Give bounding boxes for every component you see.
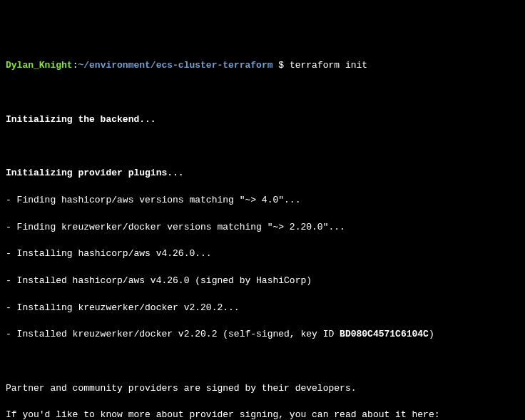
prompt-path: ~/environment/ecs-cluster-terraform: [78, 60, 272, 71]
init-backend-header: Initializing the backend...: [6, 113, 519, 127]
output-text: - Installed kreuzwerker/docker v2.20.2 (…: [6, 329, 340, 339]
command-text: terraform init: [290, 60, 367, 71]
output-line: Partner and community providers are sign…: [6, 382, 519, 396]
blank-line: [6, 355, 519, 369]
blank-line: [6, 140, 519, 153]
output-line: - Installed kreuzwerker/docker v2.20.2 (…: [6, 328, 519, 342]
output-line: - Finding hashicorp/aws versions matchin…: [6, 194, 519, 208]
init-plugins-header: Initializing provider plugins...: [6, 167, 519, 180]
prompt-line-1[interactable]: Dylan_Knight:~/environment/ecs-cluster-t…: [6, 59, 519, 73]
output-line: If you'd like to know more about provide…: [6, 409, 519, 420]
output-text: ): [429, 329, 434, 339]
output-line: - Installing hashicorp/aws v4.26.0...: [6, 247, 519, 261]
output-line: - Installed hashicorp/aws v4.26.0 (signe…: [6, 275, 519, 288]
prompt-user: Dylan_Knight: [6, 60, 73, 71]
prompt-dollar: $: [272, 60, 289, 71]
key-id: BD080C4571C6104C: [340, 329, 429, 339]
output-line: - Finding kreuzwerker/docker versions ma…: [6, 221, 519, 235]
output-line: - Installing kreuzwerker/docker v2.20.2.…: [6, 302, 519, 315]
blank-line: [6, 86, 519, 100]
